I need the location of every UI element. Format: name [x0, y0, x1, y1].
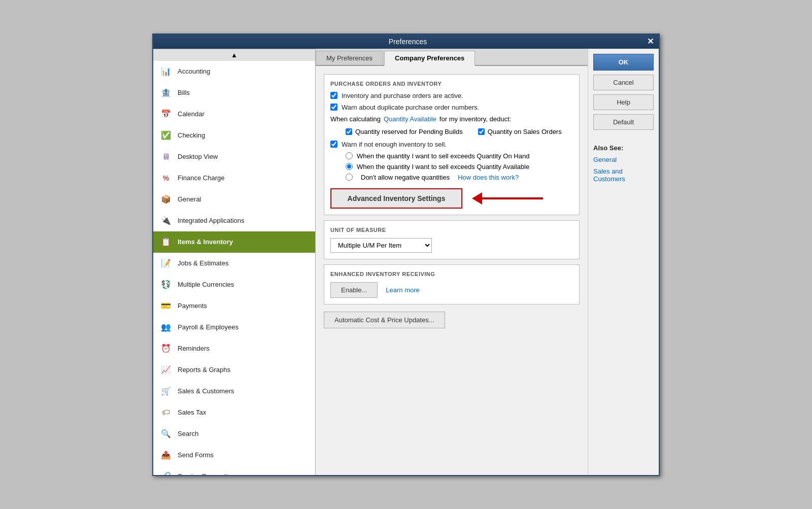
- sidebar-label: Accounting: [178, 67, 210, 75]
- sidebar-item-search[interactable]: 🔍 Search: [153, 423, 315, 445]
- warn-inventory-checkbox[interactable]: [330, 141, 337, 148]
- radio-qty-available-row: When the quantity I want to sell exceeds…: [346, 163, 573, 171]
- warn-duplicate-checkbox[interactable]: [330, 104, 337, 111]
- items-icon: 📋: [159, 235, 173, 249]
- sidebar-label: Payroll & Employees: [178, 323, 239, 331]
- sidebar: ▲ 📊 Accounting 🏦 Bills 📅 Calendar ✅ Chec…: [153, 49, 316, 475]
- sidebar-item-send-forms[interactable]: 📤 Send Forms: [153, 445, 315, 466]
- auto-cost-price-updates-button[interactable]: Automatic Cost & Price Updates...: [324, 312, 445, 328]
- sidebar-label: Multiple Currencies: [178, 281, 234, 288]
- eir-section: ENHANCED INVENTORY RECEIVING Enable... L…: [324, 264, 580, 304]
- sidebar-label: General: [178, 195, 201, 203]
- sidebar-item-sales-tax[interactable]: 🏷 Sales Tax: [153, 402, 315, 423]
- learn-more-link[interactable]: Learn more: [386, 286, 419, 294]
- uom-select[interactable]: Single U/M Per Item Multiple U/M Per Ite…: [330, 238, 432, 253]
- sales-orders-label: Quantity on Sales Orders: [488, 128, 562, 135]
- sidebar-item-multiple-currencies[interactable]: 💱 Multiple Currencies: [153, 274, 315, 295]
- arrow-head: [472, 192, 482, 205]
- quantity-calc-row: When calculating Quantity Available for …: [330, 115, 573, 123]
- qty-available-label: When the quantity I want to sell exceeds…: [357, 163, 529, 171]
- sidebar-item-sales-customers[interactable]: 🛒 Sales & Customers: [153, 381, 315, 402]
- tabs-bar: My Preferences Company Preferences: [316, 49, 588, 66]
- how-does-this-work-link[interactable]: How does this work?: [458, 174, 519, 181]
- tab-my-preferences[interactable]: My Preferences: [316, 51, 383, 65]
- eir-enable-button[interactable]: Enable...: [330, 282, 378, 298]
- inventory-active-label: Inventory and purchase orders are active…: [342, 92, 463, 99]
- sidebar-label: Service Connection: [178, 472, 235, 475]
- help-button[interactable]: Help: [593, 94, 654, 110]
- warn-duplicate-row: Warn about duplicate purchase order numb…: [330, 104, 573, 111]
- ok-button[interactable]: OK: [593, 54, 654, 71]
- sidebar-label: Jobs & Estimates: [178, 259, 228, 267]
- sidebar-item-jobs-estimates[interactable]: 📝 Jobs & Estimates: [153, 253, 315, 274]
- sidebar-item-reminders[interactable]: ⏰ Reminders: [153, 338, 315, 359]
- cancel-button[interactable]: Cancel: [593, 75, 654, 90]
- sidebar-label: Finance Charge: [178, 174, 225, 182]
- desktop-icon: 🖥: [159, 150, 173, 163]
- sidebar-item-general[interactable]: 📦 General: [153, 189, 315, 210]
- sales-icon: 🛒: [159, 385, 173, 398]
- deduct-options: Quantity reserved for Pending Builds Qua…: [346, 128, 573, 135]
- sidebar-item-payroll-employees[interactable]: 👥 Payroll & Employees: [153, 317, 315, 338]
- sidebar-item-accounting[interactable]: 📊 Accounting: [153, 61, 315, 82]
- close-button[interactable]: ✕: [647, 38, 654, 46]
- currencies-icon: 💱: [159, 278, 173, 291]
- payments-icon: 💳: [159, 299, 173, 313]
- quantity-available-link[interactable]: Quantity Available: [384, 115, 436, 123]
- advanced-inventory-container: Advanced Inventory Settings: [330, 188, 573, 209]
- pending-builds-label: Quantity reserved for Pending Builds: [355, 128, 463, 135]
- sidebar-label: Calendar: [178, 110, 205, 118]
- warn-duplicate-label: Warn about duplicate purchase order numb…: [342, 104, 479, 111]
- window-body: ▲ 📊 Accounting 🏦 Bills 📅 Calendar ✅ Chec…: [153, 49, 659, 475]
- general-icon: 📦: [159, 193, 173, 206]
- integrated-icon: 🔌: [159, 214, 173, 227]
- deduct-pending-builds: Quantity reserved for Pending Builds: [346, 128, 463, 135]
- sidebar-item-desktop-view[interactable]: 🖥 Desktop View: [153, 146, 315, 167]
- qty-available-radio[interactable]: [346, 163, 353, 170]
- pending-builds-checkbox[interactable]: [346, 128, 352, 135]
- bills-icon: 🏦: [159, 86, 173, 99]
- sidebar-item-integrated-apps[interactable]: 🔌 Integrated Applications: [153, 210, 315, 231]
- sidebar-item-calendar[interactable]: 📅 Calendar: [153, 104, 315, 125]
- also-see-general-link[interactable]: General: [593, 156, 654, 163]
- reminders-icon: ⏰: [159, 342, 173, 355]
- tab-company-preferences[interactable]: Company Preferences: [384, 51, 475, 66]
- sales-orders-checkbox[interactable]: [478, 128, 485, 135]
- default-button[interactable]: Default: [593, 114, 654, 130]
- qty-calc-suffix: for my inventory, deduct:: [439, 115, 511, 123]
- sidebar-label: Sales Tax: [178, 409, 206, 416]
- no-negative-label: Don't allow negative quantities: [361, 174, 450, 181]
- sidebar-item-finance-charge[interactable]: % Finance Charge: [153, 167, 315, 189]
- deduct-sales-orders: Quantity on Sales Orders: [478, 128, 562, 135]
- window-title: Preferences: [168, 38, 647, 46]
- po-inventory-section: PURCHASE ORDERS AND INVENTORY Inventory …: [324, 74, 580, 215]
- sidebar-item-items-inventory[interactable]: 📋 Items & Inventory: [153, 231, 315, 253]
- sidebar-item-service-connection[interactable]: 🔗 Service Connection: [153, 466, 315, 475]
- search-icon: 🔍: [159, 427, 173, 440]
- advanced-inventory-settings-button[interactable]: Advanced Inventory Settings: [330, 188, 462, 209]
- auto-cost-section: Automatic Cost & Price Updates...: [324, 310, 580, 328]
- qty-on-hand-label: When the quantity I want to sell exceeds…: [357, 152, 529, 160]
- sidebar-item-payments[interactable]: 💳 Payments: [153, 295, 315, 317]
- sidebar-label: Sales & Customers: [178, 387, 234, 395]
- jobs-icon: 📝: [159, 257, 173, 270]
- no-negative-radio[interactable]: [346, 174, 353, 181]
- sidebar-label: Send Forms: [178, 451, 214, 459]
- sidebar-label: Payments: [178, 302, 207, 310]
- sidebar-item-bills[interactable]: 🏦 Bills: [153, 82, 315, 104]
- sidebar-label: Integrated Applications: [178, 217, 245, 224]
- sidebar-label: Items & Inventory: [178, 238, 233, 246]
- warn-radio-group: When the quantity I want to sell exceeds…: [346, 152, 573, 181]
- warn-inventory-label: Warn if not enough inventory to sell.: [342, 141, 447, 148]
- sidebar-label: Search: [178, 430, 198, 437]
- eir-buttons-row: Enable... Learn more: [330, 282, 573, 298]
- reports-icon: 📈: [159, 363, 173, 377]
- inventory-active-checkbox[interactable]: [330, 92, 337, 99]
- sidebar-item-checking[interactable]: ✅ Checking: [153, 125, 315, 146]
- radio-qty-on-hand-row: When the quantity I want to sell exceeds…: [346, 152, 573, 160]
- qty-on-hand-radio[interactable]: [346, 152, 353, 159]
- sidebar-item-reports-graphs[interactable]: 📈 Reports & Graphs: [153, 359, 315, 381]
- also-see-sales-customers-link[interactable]: Sales andCustomers: [593, 167, 654, 183]
- scroll-up-button[interactable]: ▲: [153, 49, 315, 61]
- also-see-section: Also See: General Sales andCustomers: [593, 144, 654, 187]
